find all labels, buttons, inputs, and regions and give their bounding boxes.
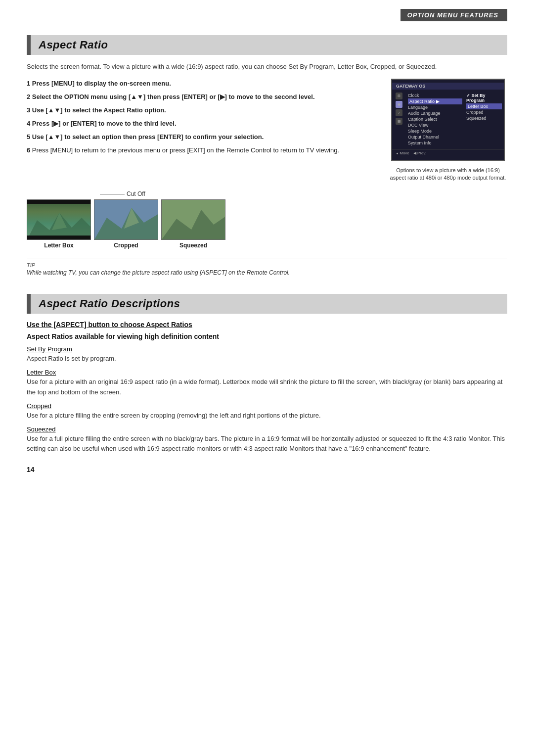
menu-icons: ⊞ ◉ ♪ ▦	[392, 92, 406, 147]
cut-off-annotation: Cut Off	[100, 190, 145, 197]
menu-right-item-3: Cropped	[466, 109, 502, 115]
section1-content: Selects the screen format. To view a pic…	[27, 62, 507, 276]
step-5: 5 Use [▲▼] to select an option then pres…	[27, 132, 377, 142]
menu-right: ✓ Set By Program Letter Box Cropped Sque…	[464, 92, 504, 147]
menu-item-sleep: Sleep Mode	[408, 128, 462, 134]
step-2: 2 Select the OPTION menu using [▲▼] then…	[27, 92, 377, 102]
screenshot-col: GATEWAY OS ⊞ ◉ ♪ ▦ Clock Aspect Ratio ▶ …	[389, 79, 507, 182]
menu-item-sysinfo: System Info	[408, 140, 462, 146]
use-heading: Use the [ASPECT] button to choose Aspect…	[27, 321, 507, 329]
menu-item-audio: Audio Language	[408, 110, 462, 116]
menu-icon-3: ♪	[396, 109, 402, 116]
header-bar: Option Menu Features	[0, 0, 534, 21]
letterbox-desc-text: Use for a picture with an original 16:9 …	[27, 377, 507, 397]
step-1: 1 Press [MENU] to display the on-screen …	[27, 79, 377, 89]
squeezed-label: Squeezed	[161, 242, 225, 249]
menu-screenshot: GATEWAY OS ⊞ ◉ ♪ ▦ Clock Aspect Ratio ▶ …	[391, 79, 505, 161]
desc-item-cropped: Cropped Use for a picture filling the en…	[27, 402, 507, 421]
menu-item-output: Output Channel	[408, 134, 462, 140]
letterbox-mountain-svg	[27, 203, 91, 239]
menu-right-item-1: ✓ Set By Program	[466, 93, 502, 103]
desc-item-set-by-program: Set By Program Aspect Ratio is set by pr…	[27, 345, 507, 364]
cut-off-line	[100, 194, 125, 194]
cropped-desc-text: Use for a picture filling the entire scr…	[27, 411, 507, 421]
set-by-program-title: Set By Program	[27, 345, 507, 353]
section2-heading: Aspect Ratio Descriptions	[27, 294, 507, 314]
steps-row: 1 Press [MENU] to display the on-screen …	[27, 79, 507, 182]
menu-right-item-4: Squeezed	[466, 115, 502, 121]
letterbox-desc-title: Letter Box	[27, 369, 507, 376]
menu-item-dcc: DCC View	[408, 122, 462, 128]
squeezed-desc-title: Squeezed	[27, 425, 507, 433]
cropped-mountain-svg	[94, 199, 158, 239]
menu-footer: ⬥ Move ◀ Prev.	[392, 149, 504, 157]
image-row-container: Cut Off Letter Box	[27, 190, 507, 249]
set-by-program-text: Aspect Ratio is set by program.	[27, 354, 507, 364]
menu-item-caption: Caption Select	[408, 116, 462, 122]
letterbox-image	[27, 199, 91, 240]
menu-center: Clock Aspect Ratio ▶ Language Audio Lang…	[406, 92, 464, 147]
cropped-label: Cropped	[94, 242, 158, 249]
cropped-image	[94, 199, 158, 240]
menu-item-clock: Clock	[408, 93, 462, 98]
letterbox-label: Letter Box	[27, 242, 91, 249]
tip-label: TIP	[27, 262, 507, 268]
menu-footer-prev: ◀ Prev.	[413, 151, 426, 155]
squeezed-desc-text: Use for a full picture filling the entir…	[27, 434, 507, 454]
menu-right-item-2: Letter Box	[466, 103, 502, 109]
step-6: 6 Press [MENU] to return to the previous…	[27, 145, 377, 155]
squeezed-item: Squeezed	[161, 199, 225, 249]
avail-heading: Aspect Ratios available for viewing high…	[27, 332, 507, 340]
desc-item-letterbox: Letter Box Use for a picture with an ori…	[27, 369, 507, 397]
intro-text: Selects the screen format. To view a pic…	[27, 62, 507, 72]
section2-content: Use the [ASPECT] button to choose Aspect…	[27, 321, 507, 454]
menu-icon-2: ◉	[396, 101, 402, 108]
menu-footer-move: ⬥ Move	[396, 151, 409, 155]
menu-icon-1: ⊞	[396, 93, 402, 99]
tip-text: While watching TV, you can change the pi…	[27, 269, 507, 276]
menu-header: GATEWAY OS	[392, 83, 504, 90]
steps-col: 1 Press [MENU] to display the on-screen …	[27, 79, 377, 159]
page-number: 14	[27, 466, 507, 473]
heading-bar-2	[27, 294, 31, 314]
menu-item-aspect: Aspect Ratio ▶	[408, 98, 462, 104]
image-row: Letter Box Cropped	[27, 199, 507, 249]
squeezed-image	[161, 199, 225, 240]
cropped-item: Cropped	[94, 199, 158, 249]
squeezed-mountain-svg	[162, 199, 225, 239]
section1-title: Aspect Ratio	[31, 35, 507, 55]
screenshot-caption: Options to view a picture with a wide (1…	[389, 167, 507, 182]
section1-heading: Aspect Ratio	[27, 35, 507, 55]
cut-off-row: Cut Off	[27, 190, 507, 197]
heading-bar	[27, 35, 31, 55]
menu-body: ⊞ ◉ ♪ ▦ Clock Aspect Ratio ▶ Language Au…	[392, 90, 504, 149]
menu-icon-4: ▦	[396, 118, 402, 125]
tip-section: TIP While watching TV, you can change th…	[27, 258, 507, 276]
cut-off-label: Cut Off	[127, 190, 145, 197]
letterbox-bottom-bar	[27, 236, 90, 239]
cropped-desc-title: Cropped	[27, 402, 507, 410]
step-4: 4 Press [▶] or [ENTER] to move to the th…	[27, 119, 377, 129]
desc-item-squeezed: Squeezed Use for a full picture filling …	[27, 425, 507, 454]
section2-title: Aspect Ratio Descriptions	[31, 294, 507, 314]
letterbox-item: Letter Box	[27, 199, 91, 249]
menu-item-lang: Language	[408, 104, 462, 110]
step-3: 3 Use [▲▼] to select the Aspect Ratio op…	[27, 105, 377, 115]
header-title: Option Menu Features	[400, 9, 507, 21]
